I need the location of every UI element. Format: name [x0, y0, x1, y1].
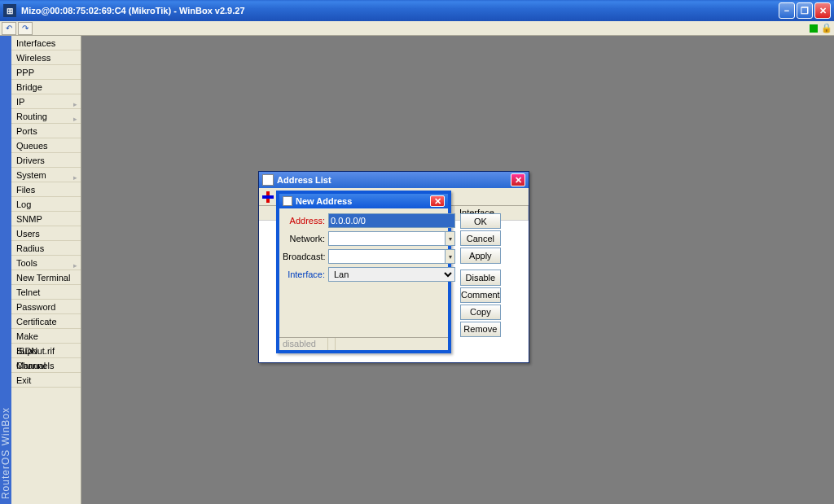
disable-button[interactable]: Disable	[460, 270, 501, 285]
sidebar-item-certificate[interactable]: Certificate	[11, 314, 81, 329]
sidebar-item-exit[interactable]: Exit	[11, 373, 81, 388]
address-list-title: Address List	[277, 175, 511, 185]
status-spacer	[328, 338, 336, 350]
minimize-button[interactable]: −	[779, 2, 795, 19]
status-disabled: disabled	[279, 338, 328, 350]
sidebar: InterfacesWirelessPPPBridgeIP▸Routing▸Po…	[11, 36, 81, 504]
broadcast-expand-icon[interactable]: ▾	[446, 249, 455, 264]
sidebar-item-telnet[interactable]: Telnet	[11, 285, 81, 300]
new-address-dialog: New Address ✕ Address: Network: ▾ Broadc	[276, 191, 451, 353]
interface-select[interactable]: Lan	[328, 267, 455, 282]
address-list-titlebar[interactable]: Address List ✕	[259, 172, 529, 188]
app-titlebar: ⊞ Mizo@00:08:75:02:69:C4 (MikroTik) - Wi…	[0, 0, 834, 21]
sidebar-item-password[interactable]: Password	[11, 300, 81, 314]
vertical-brand-label: RouterOS WinBox	[0, 36, 11, 504]
sidebar-item-new-terminal[interactable]: New Terminal	[11, 270, 81, 285]
apply-button[interactable]: Apply	[460, 248, 501, 263]
sidebar-item-ip[interactable]: IP▸	[11, 94, 81, 109]
maximize-button[interactable]: ❐	[797, 2, 813, 19]
address-input[interactable]	[328, 213, 455, 228]
lock-icon: 🔒	[821, 23, 832, 33]
sidebar-item-make-supout-rif[interactable]: Make Supout.rif	[11, 329, 81, 344]
sidebar-item-ppp[interactable]: PPP	[11, 65, 81, 80]
address-list-close-button[interactable]: ✕	[511, 173, 525, 186]
sidebar-item-drivers[interactable]: Drivers	[11, 153, 81, 168]
window-icon	[283, 196, 292, 206]
workspace: Address List ✕ Interface New Address ✕	[81, 36, 834, 504]
address-label: Address:	[283, 216, 325, 226]
window-icon	[262, 174, 274, 186]
sidebar-item-isdn-channels[interactable]: ISDN Channels	[11, 344, 81, 358]
new-address-close-button[interactable]: ✕	[430, 195, 445, 207]
close-button[interactable]: ✕	[814, 2, 831, 19]
app-title: Mizo@00:08:75:02:69:C4 (MikroTik) - WinB…	[21, 6, 779, 15]
add-button[interactable]	[261, 190, 275, 204]
network-label: Network:	[283, 234, 325, 243]
network-expand-icon[interactable]: ▾	[446, 231, 455, 246]
broadcast-input[interactable]	[328, 249, 446, 264]
toolbar: ↶ ↷ 🔒	[0, 21, 834, 36]
sidebar-item-manual[interactable]: Manual	[11, 358, 81, 373]
app-icon: ⊞	[3, 4, 16, 17]
sidebar-item-system[interactable]: System▸	[11, 168, 81, 182]
sidebar-item-radius[interactable]: Radius	[11, 241, 81, 256]
broadcast-label: Broadcast:	[283, 252, 325, 261]
connection-status-icon	[810, 24, 818, 33]
remove-button[interactable]: Remove	[460, 322, 501, 337]
sidebar-item-ports[interactable]: Ports	[11, 124, 81, 138]
new-address-title: New Address	[296, 196, 430, 206]
ok-button[interactable]: OK	[460, 213, 501, 229]
sidebar-item-routing[interactable]: Routing▸	[11, 109, 81, 124]
sidebar-item-log[interactable]: Log	[11, 197, 81, 212]
sidebar-item-files[interactable]: Files	[11, 182, 81, 197]
sidebar-item-interfaces[interactable]: Interfaces	[11, 36, 81, 50]
cancel-button[interactable]: Cancel	[460, 230, 501, 246]
comment-button[interactable]: Comment	[460, 287, 501, 303]
network-input[interactable]	[328, 231, 446, 246]
sidebar-item-bridge[interactable]: Bridge	[11, 80, 81, 94]
sidebar-item-snmp[interactable]: SNMP	[11, 212, 81, 226]
sidebar-item-tools[interactable]: Tools▸	[11, 256, 81, 270]
sidebar-item-users[interactable]: Users	[11, 226, 81, 241]
redo-button[interactable]: ↷	[18, 22, 33, 35]
new-address-statusbar: disabled	[279, 337, 448, 350]
copy-button[interactable]: Copy	[460, 305, 501, 320]
undo-button[interactable]: ↶	[2, 22, 16, 35]
sidebar-item-queues[interactable]: Queues	[11, 138, 81, 153]
sidebar-item-wireless[interactable]: Wireless	[11, 50, 81, 65]
interface-label: Interface:	[283, 270, 325, 279]
new-address-titlebar[interactable]: New Address ✕	[279, 194, 448, 208]
